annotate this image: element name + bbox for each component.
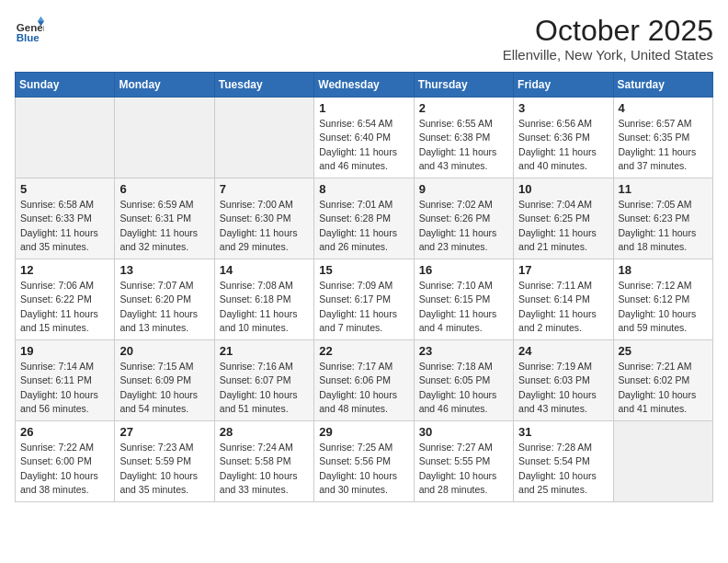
calendar-cell: 1Sunrise: 6:54 AMSunset: 6:40 PMDaylight… xyxy=(314,98,414,178)
day-info: Sunrise: 6:56 AMSunset: 6:36 PMDaylight:… xyxy=(518,117,608,173)
calendar-cell: 23Sunrise: 7:18 AMSunset: 6:05 PMDayligh… xyxy=(414,340,513,421)
title-block: October 2025 Ellenville, New York, Unite… xyxy=(503,15,713,63)
day-number: 6 xyxy=(119,182,209,196)
day-info: Sunrise: 7:28 AMSunset: 5:54 PMDaylight:… xyxy=(518,441,608,497)
calendar-cell: 19Sunrise: 7:14 AMSunset: 6:11 PMDayligh… xyxy=(16,340,115,421)
weekday-header-saturday: Saturday xyxy=(613,73,712,98)
calendar-cell: 24Sunrise: 7:19 AMSunset: 6:03 PMDayligh… xyxy=(514,340,613,421)
calendar-cell: 22Sunrise: 7:17 AMSunset: 6:06 PMDayligh… xyxy=(314,340,414,421)
day-info: Sunrise: 7:07 AMSunset: 6:20 PMDaylight:… xyxy=(119,279,209,335)
calendar-title: October 2025 xyxy=(503,15,713,47)
day-info: Sunrise: 7:25 AMSunset: 5:56 PMDaylight:… xyxy=(319,441,408,497)
calendar-cell: 13Sunrise: 7:07 AMSunset: 6:20 PMDayligh… xyxy=(115,259,214,340)
weekday-header-friday: Friday xyxy=(514,73,613,98)
calendar-subtitle: Ellenville, New York, United States xyxy=(503,47,713,63)
day-info: Sunrise: 7:27 AMSunset: 5:55 PMDaylight:… xyxy=(419,441,508,497)
calendar-cell: 17Sunrise: 7:11 AMSunset: 6:14 PMDayligh… xyxy=(514,259,613,340)
day-number: 1 xyxy=(319,101,408,115)
day-number: 24 xyxy=(518,344,608,358)
logo: General Blue xyxy=(15,15,44,44)
day-info: Sunrise: 7:10 AMSunset: 6:15 PMDaylight:… xyxy=(419,279,508,335)
weekday-header-thursday: Thursday xyxy=(414,73,513,98)
day-number: 5 xyxy=(20,182,109,196)
page-header: General Blue October 2025 Ellenville, Ne… xyxy=(15,15,713,63)
calendar-cell: 14Sunrise: 7:08 AMSunset: 6:18 PMDayligh… xyxy=(214,259,313,340)
day-number: 14 xyxy=(220,263,309,277)
day-info: Sunrise: 6:57 AMSunset: 6:35 PMDaylight:… xyxy=(619,117,708,173)
weekday-header-sunday: Sunday xyxy=(16,73,115,98)
calendar-cell: 16Sunrise: 7:10 AMSunset: 6:15 PMDayligh… xyxy=(414,259,513,340)
day-number: 3 xyxy=(518,101,608,115)
calendar-cell xyxy=(16,98,115,178)
calendar-cell: 11Sunrise: 7:05 AMSunset: 6:23 PMDayligh… xyxy=(613,178,712,259)
weekday-header-row: SundayMondayTuesdayWednesdayThursdayFrid… xyxy=(16,73,713,98)
calendar-cell: 3Sunrise: 6:56 AMSunset: 6:36 PMDaylight… xyxy=(514,98,613,178)
weekday-header-tuesday: Tuesday xyxy=(214,73,313,98)
day-number: 2 xyxy=(419,101,508,115)
day-number: 20 xyxy=(119,344,209,358)
day-info: Sunrise: 7:16 AMSunset: 6:07 PMDaylight:… xyxy=(220,360,309,416)
calendar-cell: 26Sunrise: 7:22 AMSunset: 6:00 PMDayligh… xyxy=(16,421,115,502)
day-info: Sunrise: 7:18 AMSunset: 6:05 PMDaylight:… xyxy=(419,360,508,416)
day-info: Sunrise: 7:06 AMSunset: 6:22 PMDaylight:… xyxy=(20,279,109,335)
calendar-cell xyxy=(115,98,214,178)
week-row-3: 12Sunrise: 7:06 AMSunset: 6:22 PMDayligh… xyxy=(16,259,713,340)
calendar-cell: 9Sunrise: 7:02 AMSunset: 6:26 PMDaylight… xyxy=(414,178,513,259)
day-number: 27 xyxy=(119,425,209,439)
day-info: Sunrise: 7:01 AMSunset: 6:28 PMDaylight:… xyxy=(319,198,408,254)
day-number: 28 xyxy=(220,425,309,439)
day-info: Sunrise: 6:58 AMSunset: 6:33 PMDaylight:… xyxy=(20,198,109,254)
logo-icon: General Blue xyxy=(15,15,44,44)
calendar-cell: 6Sunrise: 6:59 AMSunset: 6:31 PMDaylight… xyxy=(115,178,214,259)
day-number: 9 xyxy=(419,182,508,196)
calendar-cell: 29Sunrise: 7:25 AMSunset: 5:56 PMDayligh… xyxy=(314,421,414,502)
calendar-cell: 7Sunrise: 7:00 AMSunset: 6:30 PMDaylight… xyxy=(214,178,313,259)
svg-marker-3 xyxy=(38,17,44,21)
calendar-cell: 30Sunrise: 7:27 AMSunset: 5:55 PMDayligh… xyxy=(414,421,513,502)
day-number: 21 xyxy=(220,344,309,358)
day-number: 16 xyxy=(419,263,508,277)
calendar-cell xyxy=(613,421,712,502)
weekday-header-monday: Monday xyxy=(115,73,214,98)
calendar-cell: 28Sunrise: 7:24 AMSunset: 5:58 PMDayligh… xyxy=(214,421,313,502)
day-number: 29 xyxy=(319,425,408,439)
calendar-cell: 12Sunrise: 7:06 AMSunset: 6:22 PMDayligh… xyxy=(16,259,115,340)
day-info: Sunrise: 7:19 AMSunset: 6:03 PMDaylight:… xyxy=(518,360,608,416)
day-info: Sunrise: 7:11 AMSunset: 6:14 PMDaylight:… xyxy=(518,279,608,335)
calendar-cell: 25Sunrise: 7:21 AMSunset: 6:02 PMDayligh… xyxy=(613,340,712,421)
calendar-cell xyxy=(214,98,313,178)
day-info: Sunrise: 7:00 AMSunset: 6:30 PMDaylight:… xyxy=(220,198,309,254)
weekday-header-wednesday: Wednesday xyxy=(314,73,414,98)
week-row-4: 19Sunrise: 7:14 AMSunset: 6:11 PMDayligh… xyxy=(16,340,713,421)
day-number: 22 xyxy=(319,344,408,358)
day-number: 19 xyxy=(20,344,109,358)
calendar-cell: 20Sunrise: 7:15 AMSunset: 6:09 PMDayligh… xyxy=(115,340,214,421)
day-info: Sunrise: 7:14 AMSunset: 6:11 PMDaylight:… xyxy=(20,360,109,416)
day-number: 30 xyxy=(419,425,508,439)
day-number: 12 xyxy=(20,263,109,277)
calendar-cell: 31Sunrise: 7:28 AMSunset: 5:54 PMDayligh… xyxy=(514,421,613,502)
calendar-cell: 5Sunrise: 6:58 AMSunset: 6:33 PMDaylight… xyxy=(16,178,115,259)
calendar-cell: 15Sunrise: 7:09 AMSunset: 6:17 PMDayligh… xyxy=(314,259,414,340)
day-number: 11 xyxy=(619,182,708,196)
calendar-cell: 10Sunrise: 7:04 AMSunset: 6:25 PMDayligh… xyxy=(514,178,613,259)
day-number: 18 xyxy=(619,263,708,277)
day-number: 7 xyxy=(220,182,309,196)
day-number: 25 xyxy=(619,344,708,358)
day-number: 26 xyxy=(20,425,109,439)
day-info: Sunrise: 6:59 AMSunset: 6:31 PMDaylight:… xyxy=(119,198,209,254)
day-info: Sunrise: 7:08 AMSunset: 6:18 PMDaylight:… xyxy=(220,279,309,335)
calendar-cell: 4Sunrise: 6:57 AMSunset: 6:35 PMDaylight… xyxy=(613,98,712,178)
day-number: 13 xyxy=(119,263,209,277)
day-number: 8 xyxy=(319,182,408,196)
day-number: 17 xyxy=(518,263,608,277)
calendar-cell: 2Sunrise: 6:55 AMSunset: 6:38 PMDaylight… xyxy=(414,98,513,178)
day-number: 23 xyxy=(419,344,508,358)
calendar-table: SundayMondayTuesdayWednesdayThursdayFrid… xyxy=(15,72,713,502)
day-number: 4 xyxy=(619,101,708,115)
day-info: Sunrise: 7:09 AMSunset: 6:17 PMDaylight:… xyxy=(319,279,408,335)
day-info: Sunrise: 7:17 AMSunset: 6:06 PMDaylight:… xyxy=(319,360,408,416)
calendar-cell: 21Sunrise: 7:16 AMSunset: 6:07 PMDayligh… xyxy=(214,340,313,421)
day-info: Sunrise: 7:15 AMSunset: 6:09 PMDaylight:… xyxy=(119,360,209,416)
week-row-2: 5Sunrise: 6:58 AMSunset: 6:33 PMDaylight… xyxy=(16,178,713,259)
